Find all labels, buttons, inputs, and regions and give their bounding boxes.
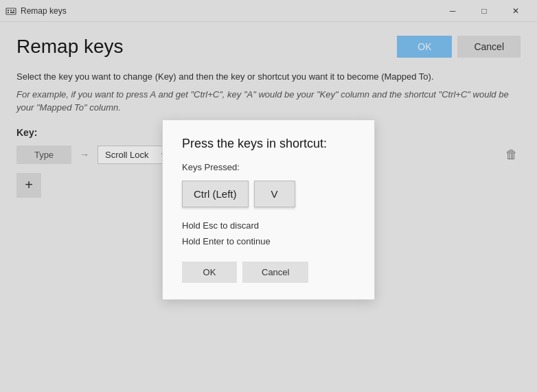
instruction-esc: Hold Esc to discard bbox=[182, 218, 355, 233]
modal-buttons: OK Cancel bbox=[182, 262, 355, 283]
keys-pressed-label: Keys Pressed: bbox=[182, 162, 355, 172]
shortcut-modal: Press the keys in shortcut: Keys Pressed… bbox=[162, 119, 375, 299]
instruction-enter: Hold Enter to continue bbox=[182, 234, 355, 249]
modal-instructions: Hold Esc to discard Hold Enter to contin… bbox=[182, 218, 355, 249]
modal-ok-button[interactable]: OK bbox=[182, 262, 237, 283]
key-chip-ctrl: Ctrl (Left) bbox=[182, 181, 249, 207]
modal-cancel-button[interactable]: Cancel bbox=[242, 262, 308, 283]
modal-overlay: Press the keys in shortcut: Keys Pressed… bbox=[0, 0, 537, 392]
key-chip-v: V bbox=[254, 181, 295, 207]
key-chips-container: Ctrl (Left) V bbox=[182, 181, 355, 207]
modal-title: Press the keys in shortcut: bbox=[182, 137, 355, 151]
